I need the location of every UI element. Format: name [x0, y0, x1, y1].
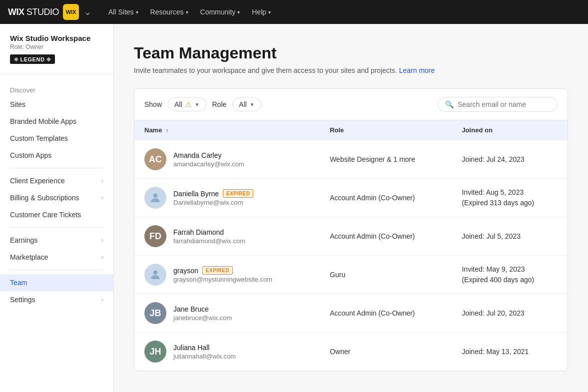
member-name: Jane Bruce: [173, 305, 232, 313]
workspace-name: Wix Studio Workspace: [10, 34, 103, 42]
sidebar-item-billing-subscriptions[interactable]: Billing & Subscriptions ›: [0, 189, 113, 206]
role-label: Role: [212, 100, 227, 108]
sidebar-item-sites[interactable]: Sites: [0, 96, 113, 113]
chevron-down-icon: ▾: [237, 9, 240, 15]
table-header: Name ↑ Role Joined on: [134, 120, 568, 140]
role-cell: Account Admin (Co-Owner): [320, 294, 452, 333]
sort-asc-icon: ↑: [166, 127, 169, 133]
expired-badge: EXPIRED: [202, 266, 233, 275]
search-box: 🔍: [438, 97, 558, 112]
sidebar-item-customer-care-tickets[interactable]: Customer Care Tickets: [0, 206, 113, 223]
brand-chevron-icon[interactable]: ⌄: [84, 6, 91, 17]
member-name: Farrah Diamond: [173, 228, 245, 236]
workspace-role: Role: Owner: [10, 43, 103, 50]
chevron-down-icon: ▾: [268, 9, 271, 15]
page-title: Team Management: [134, 44, 568, 62]
team-card: Show All ⚠ ▼ Role All ▼ 🔍: [134, 88, 568, 371]
svg-point-0: [153, 193, 158, 198]
sidebar-discover-label: Discover: [0, 82, 113, 96]
col-name: Name ↑: [134, 120, 320, 140]
role-cell: Website Designer & 1 more: [320, 140, 452, 179]
wix-studio-logo: WIX STUDIO: [8, 7, 59, 17]
sidebar: Wix Studio Workspace Role: Owner ◆ LEGEN…: [0, 24, 114, 392]
show-filter-select[interactable]: All ⚠ ▼: [168, 97, 206, 111]
diamond-right-icon: ◆: [46, 56, 51, 62]
learn-more-link[interactable]: Learn more: [399, 66, 435, 74]
legend-badge: ◆ LEGEND ◆: [10, 54, 55, 64]
avatar: JH: [144, 341, 166, 363]
topnav-item-community[interactable]: Community ▾: [195, 5, 245, 19]
sidebar-item-branded-mobile-apps[interactable]: Branded Mobile Apps: [0, 113, 113, 130]
sidebar-item-custom-templates[interactable]: Custom Templates: [0, 130, 113, 147]
chevron-down-icon: ▼: [250, 102, 255, 107]
member-cell: FD Farrah Diamond farrahdiamond@wix.com: [134, 217, 320, 256]
member-email: Daniellabyrne@wix.com: [173, 199, 253, 206]
sidebar-item-team[interactable]: Team: [0, 274, 113, 291]
member-cell: JH Juliana Hall juliannahall@wix.com: [134, 333, 320, 371]
filter-bar: Show All ⚠ ▼ Role All ▼ 🔍: [134, 89, 568, 120]
avatar: AC: [144, 148, 166, 170]
joined-cell: Joined: May 13, 2021: [452, 333, 568, 371]
warning-icon: ⚠: [185, 100, 192, 108]
joined-cell: Invited: May 9, 2023(Expired 400 days ag…: [452, 256, 568, 294]
member-name: grayson EXPIRED: [173, 266, 272, 275]
topnav-item-all-sites[interactable]: All Sites ▾: [103, 5, 143, 19]
member-name: Daniella Byrne EXPIRED: [173, 189, 253, 198]
joined-cell: Invited: Aug 5, 2023(Expired 313 days ag…: [452, 179, 568, 217]
sidebar-item-marketplace[interactable]: Marketplace ›: [0, 249, 113, 266]
role-cell: Guru: [320, 256, 452, 294]
member-email: farrahdiamond@wix.com: [173, 237, 245, 245]
chevron-down-icon: ▾: [186, 9, 188, 15]
joined-cell: Joined: Jul 20, 2023: [452, 294, 568, 333]
member-cell: JB Jane Bruce janebruce@wix.com: [134, 294, 320, 333]
member-cell: grayson EXPIRED grayson@mystunningwebsit…: [134, 256, 320, 294]
page-subtitle: Invite teammates to your workspace and g…: [134, 66, 568, 74]
role-cell: Account Admin (Co-Owner): [320, 217, 452, 256]
sidebar-item-settings[interactable]: Settings ›: [0, 291, 113, 308]
brand-icon: WIX: [63, 4, 79, 20]
chevron-right-icon: ›: [101, 177, 103, 184]
member-cell: AC Amanda Carley amandacarley@wix.com: [134, 140, 320, 179]
role-filter-select[interactable]: All ▼: [232, 97, 261, 111]
table-row: FD Farrah Diamond farrahdiamond@wix.com …: [134, 217, 568, 256]
topnav: WIX STUDIO WIX ⌄ All Sites ▾ Resources ▾…: [0, 0, 588, 24]
chevron-right-icon: ›: [101, 194, 103, 201]
sidebar-item-custom-apps[interactable]: Custom Apps: [0, 147, 113, 164]
sidebar-divider-2: [10, 227, 103, 228]
search-icon: 🔍: [445, 100, 454, 108]
member-name: Juliana Hall: [173, 344, 236, 352]
role-cell: Account Admin (Co-Owner): [320, 179, 452, 217]
brand-area: WIX STUDIO WIX ⌄: [8, 4, 91, 20]
avatar: FD: [144, 225, 166, 247]
col-role: Role: [320, 120, 452, 140]
diamond-left-icon: ◆: [14, 56, 18, 62]
main-content: Team Management Invite teammates to your…: [114, 24, 588, 392]
chevron-down-icon: ▾: [136, 9, 138, 15]
chevron-right-icon: ›: [101, 237, 103, 244]
member-email: grayson@mystunningwebsite.com: [173, 276, 272, 283]
member-email: janebruce@wix.com: [173, 314, 232, 322]
member-email: juliannahall@wix.com: [173, 353, 236, 360]
chevron-right-icon: ›: [101, 254, 103, 261]
team-table: Name ↑ Role Joined on AC Amanda Carley: [134, 120, 568, 371]
avatar: [144, 264, 166, 286]
expired-badge: EXPIRED: [223, 189, 253, 198]
joined-cell: Joined: Jul 24, 2023: [452, 140, 568, 179]
chevron-down-icon: ▼: [195, 102, 200, 107]
search-input[interactable]: [458, 100, 550, 108]
topnav-item-resources[interactable]: Resources ▾: [145, 5, 193, 19]
sidebar-item-earnings[interactable]: Earnings ›: [0, 232, 113, 249]
member-name: Amanda Carley: [173, 151, 244, 159]
layout: Wix Studio Workspace Role: Owner ◆ LEGEN…: [0, 24, 588, 392]
table-row: grayson EXPIRED grayson@mystunningwebsit…: [134, 256, 568, 294]
avatar: JB: [144, 302, 166, 324]
topnav-item-help[interactable]: Help ▾: [247, 5, 276, 19]
sidebar-workspace: Wix Studio Workspace Role: Owner ◆ LEGEN…: [0, 34, 113, 74]
svg-point-1: [153, 270, 158, 275]
table-row: JH Juliana Hall juliannahall@wix.com Own…: [134, 333, 568, 371]
sidebar-divider: [10, 168, 103, 168]
table-row: AC Amanda Carley amandacarley@wix.com We…: [134, 140, 568, 179]
sidebar-item-client-experience[interactable]: Client Experience ›: [0, 172, 113, 189]
role-cell: Owner: [320, 333, 452, 371]
chevron-right-icon: ›: [101, 296, 103, 303]
